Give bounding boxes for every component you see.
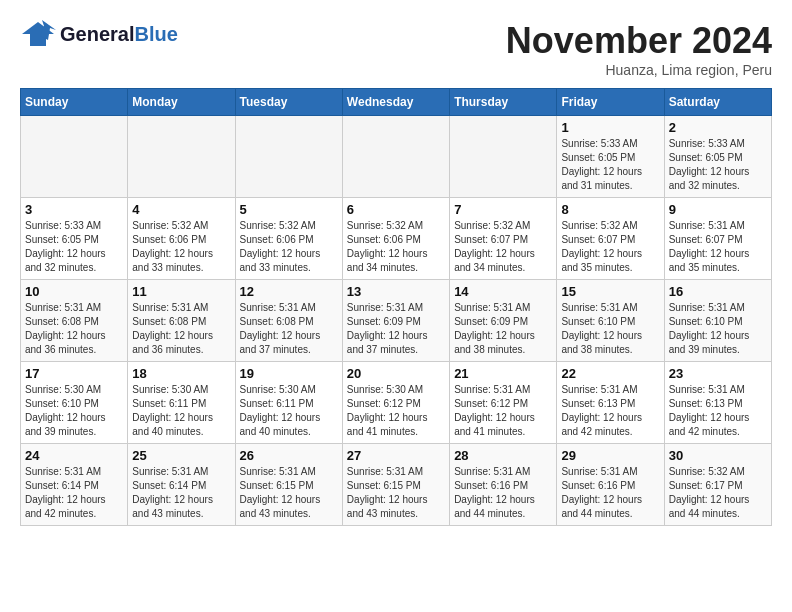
- calendar-cell: 15Sunrise: 5:31 AM Sunset: 6:10 PM Dayli…: [557, 280, 664, 362]
- calendar-cell: 12Sunrise: 5:31 AM Sunset: 6:08 PM Dayli…: [235, 280, 342, 362]
- calendar-week-1: 1Sunrise: 5:33 AM Sunset: 6:05 PM Daylig…: [21, 116, 772, 198]
- calendar-cell: 30Sunrise: 5:32 AM Sunset: 6:17 PM Dayli…: [664, 444, 771, 526]
- day-info: Sunrise: 5:31 AM Sunset: 6:08 PM Dayligh…: [240, 301, 338, 357]
- calendar-cell: 23Sunrise: 5:31 AM Sunset: 6:13 PM Dayli…: [664, 362, 771, 444]
- day-number: 22: [561, 366, 659, 381]
- calendar-cell: 26Sunrise: 5:31 AM Sunset: 6:15 PM Dayli…: [235, 444, 342, 526]
- calendar-cell: 29Sunrise: 5:31 AM Sunset: 6:16 PM Dayli…: [557, 444, 664, 526]
- day-info: Sunrise: 5:33 AM Sunset: 6:05 PM Dayligh…: [669, 137, 767, 193]
- day-info: Sunrise: 5:31 AM Sunset: 6:09 PM Dayligh…: [347, 301, 445, 357]
- day-info: Sunrise: 5:31 AM Sunset: 6:14 PM Dayligh…: [132, 465, 230, 521]
- day-info: Sunrise: 5:31 AM Sunset: 6:13 PM Dayligh…: [669, 383, 767, 439]
- calendar-cell: 2Sunrise: 5:33 AM Sunset: 6:05 PM Daylig…: [664, 116, 771, 198]
- day-number: 17: [25, 366, 123, 381]
- weekday-header-row: SundayMondayTuesdayWednesdayThursdayFrid…: [21, 89, 772, 116]
- day-number: 6: [347, 202, 445, 217]
- calendar-table: SundayMondayTuesdayWednesdayThursdayFrid…: [20, 88, 772, 526]
- day-number: 1: [561, 120, 659, 135]
- calendar-cell: 17Sunrise: 5:30 AM Sunset: 6:10 PM Dayli…: [21, 362, 128, 444]
- logo: GeneralBlue: [20, 20, 178, 48]
- title-block: November 2024 Huanza, Lima region, Peru: [506, 20, 772, 78]
- day-number: 9: [669, 202, 767, 217]
- day-number: 8: [561, 202, 659, 217]
- calendar-cell: 8Sunrise: 5:32 AM Sunset: 6:07 PM Daylig…: [557, 198, 664, 280]
- weekday-header-friday: Friday: [557, 89, 664, 116]
- weekday-header-thursday: Thursday: [450, 89, 557, 116]
- calendar-cell: [21, 116, 128, 198]
- calendar-cell: 18Sunrise: 5:30 AM Sunset: 6:11 PM Dayli…: [128, 362, 235, 444]
- logo-general-text: General: [60, 23, 134, 45]
- day-number: 10: [25, 284, 123, 299]
- calendar-week-5: 24Sunrise: 5:31 AM Sunset: 6:14 PM Dayli…: [21, 444, 772, 526]
- day-number: 2: [669, 120, 767, 135]
- day-number: 15: [561, 284, 659, 299]
- day-info: Sunrise: 5:31 AM Sunset: 6:15 PM Dayligh…: [240, 465, 338, 521]
- day-info: Sunrise: 5:32 AM Sunset: 6:06 PM Dayligh…: [132, 219, 230, 275]
- day-info: Sunrise: 5:31 AM Sunset: 6:10 PM Dayligh…: [669, 301, 767, 357]
- calendar-cell: 13Sunrise: 5:31 AM Sunset: 6:09 PM Dayli…: [342, 280, 449, 362]
- day-info: Sunrise: 5:32 AM Sunset: 6:07 PM Dayligh…: [561, 219, 659, 275]
- day-info: Sunrise: 5:30 AM Sunset: 6:10 PM Dayligh…: [25, 383, 123, 439]
- calendar-cell: [235, 116, 342, 198]
- calendar-cell: 9Sunrise: 5:31 AM Sunset: 6:07 PM Daylig…: [664, 198, 771, 280]
- calendar-cell: 10Sunrise: 5:31 AM Sunset: 6:08 PM Dayli…: [21, 280, 128, 362]
- calendar-cell: [342, 116, 449, 198]
- day-info: Sunrise: 5:31 AM Sunset: 6:07 PM Dayligh…: [669, 219, 767, 275]
- svg-marker-1: [40, 20, 56, 40]
- day-info: Sunrise: 5:31 AM Sunset: 6:08 PM Dayligh…: [25, 301, 123, 357]
- calendar-cell: 1Sunrise: 5:33 AM Sunset: 6:05 PM Daylig…: [557, 116, 664, 198]
- day-info: Sunrise: 5:31 AM Sunset: 6:16 PM Dayligh…: [454, 465, 552, 521]
- calendar-cell: 5Sunrise: 5:32 AM Sunset: 6:06 PM Daylig…: [235, 198, 342, 280]
- day-info: Sunrise: 5:32 AM Sunset: 6:06 PM Dayligh…: [347, 219, 445, 275]
- calendar-cell: 16Sunrise: 5:31 AM Sunset: 6:10 PM Dayli…: [664, 280, 771, 362]
- calendar-cell: 11Sunrise: 5:31 AM Sunset: 6:08 PM Dayli…: [128, 280, 235, 362]
- day-number: 5: [240, 202, 338, 217]
- day-number: 30: [669, 448, 767, 463]
- day-info: Sunrise: 5:30 AM Sunset: 6:11 PM Dayligh…: [132, 383, 230, 439]
- day-number: 16: [669, 284, 767, 299]
- day-info: Sunrise: 5:33 AM Sunset: 6:05 PM Dayligh…: [561, 137, 659, 193]
- day-number: 14: [454, 284, 552, 299]
- calendar-week-2: 3Sunrise: 5:33 AM Sunset: 6:05 PM Daylig…: [21, 198, 772, 280]
- logo-blue-text: Blue: [134, 23, 177, 45]
- day-number: 23: [669, 366, 767, 381]
- day-number: 28: [454, 448, 552, 463]
- day-number: 3: [25, 202, 123, 217]
- weekday-header-monday: Monday: [128, 89, 235, 116]
- day-info: Sunrise: 5:31 AM Sunset: 6:16 PM Dayligh…: [561, 465, 659, 521]
- weekday-header-wednesday: Wednesday: [342, 89, 449, 116]
- page-header: GeneralBlue November 2024 Huanza, Lima r…: [20, 20, 772, 78]
- calendar-cell: 19Sunrise: 5:30 AM Sunset: 6:11 PM Dayli…: [235, 362, 342, 444]
- month-title: November 2024: [506, 20, 772, 62]
- calendar-cell: [450, 116, 557, 198]
- day-info: Sunrise: 5:32 AM Sunset: 6:17 PM Dayligh…: [669, 465, 767, 521]
- day-number: 25: [132, 448, 230, 463]
- day-number: 11: [132, 284, 230, 299]
- location-subtitle: Huanza, Lima region, Peru: [506, 62, 772, 78]
- day-info: Sunrise: 5:31 AM Sunset: 6:09 PM Dayligh…: [454, 301, 552, 357]
- calendar-week-4: 17Sunrise: 5:30 AM Sunset: 6:10 PM Dayli…: [21, 362, 772, 444]
- day-info: Sunrise: 5:31 AM Sunset: 6:08 PM Dayligh…: [132, 301, 230, 357]
- day-number: 12: [240, 284, 338, 299]
- day-number: 19: [240, 366, 338, 381]
- weekday-header-tuesday: Tuesday: [235, 89, 342, 116]
- day-info: Sunrise: 5:30 AM Sunset: 6:11 PM Dayligh…: [240, 383, 338, 439]
- day-number: 4: [132, 202, 230, 217]
- calendar-cell: [128, 116, 235, 198]
- day-number: 21: [454, 366, 552, 381]
- calendar-cell: 22Sunrise: 5:31 AM Sunset: 6:13 PM Dayli…: [557, 362, 664, 444]
- calendar-cell: 28Sunrise: 5:31 AM Sunset: 6:16 PM Dayli…: [450, 444, 557, 526]
- calendar-cell: 7Sunrise: 5:32 AM Sunset: 6:07 PM Daylig…: [450, 198, 557, 280]
- calendar-cell: 21Sunrise: 5:31 AM Sunset: 6:12 PM Dayli…: [450, 362, 557, 444]
- day-number: 13: [347, 284, 445, 299]
- weekday-header-saturday: Saturday: [664, 89, 771, 116]
- day-info: Sunrise: 5:33 AM Sunset: 6:05 PM Dayligh…: [25, 219, 123, 275]
- day-info: Sunrise: 5:32 AM Sunset: 6:06 PM Dayligh…: [240, 219, 338, 275]
- day-number: 24: [25, 448, 123, 463]
- day-number: 27: [347, 448, 445, 463]
- day-number: 20: [347, 366, 445, 381]
- day-info: Sunrise: 5:31 AM Sunset: 6:13 PM Dayligh…: [561, 383, 659, 439]
- day-info: Sunrise: 5:31 AM Sunset: 6:15 PM Dayligh…: [347, 465, 445, 521]
- day-number: 29: [561, 448, 659, 463]
- day-info: Sunrise: 5:31 AM Sunset: 6:14 PM Dayligh…: [25, 465, 123, 521]
